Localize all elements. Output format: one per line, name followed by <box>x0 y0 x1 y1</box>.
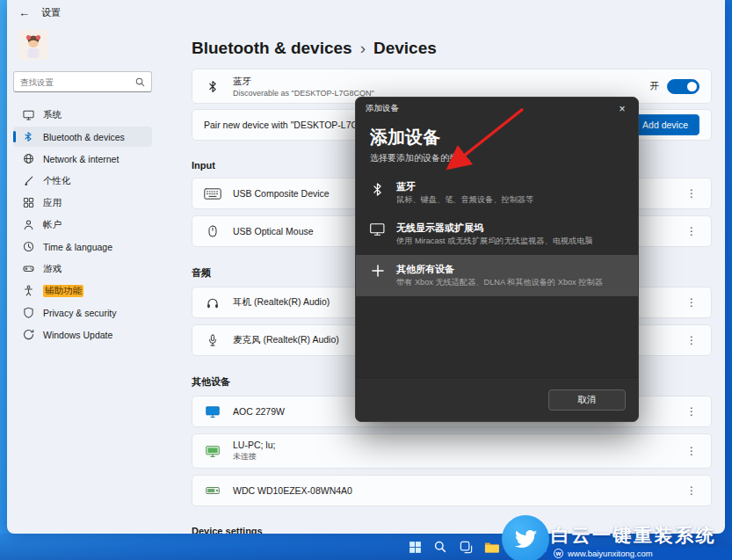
device-title: 耳机 (Realtek(R) Audio) <box>233 296 330 309</box>
sidebar-item-label: Time & language <box>43 242 112 252</box>
sidebar-item-label: 辅助功能 <box>43 285 83 297</box>
dialog-title: 添加设备 <box>366 103 399 114</box>
device-title: USB Composite Device <box>233 188 330 199</box>
option-title: 蓝牙 <box>396 180 533 193</box>
mouse-icon <box>204 225 221 237</box>
person-icon <box>22 219 34 231</box>
back-button[interactable]: ← <box>18 6 30 19</box>
window-titlebar: ← 设置 <box>7 0 61 25</box>
more-options-button[interactable]: ⋮ <box>684 405 699 418</box>
bluetooth-icon <box>22 131 34 143</box>
option-desc: 带有 Xbox 无线适配器、DLNA 和其他设备的 Xbox 控制器 <box>396 278 603 288</box>
watermark-bird-badge <box>502 515 549 560</box>
device-title: 麦克风 (Realtek(R) Audio) <box>233 334 339 346</box>
option-wireless-display[interactable]: 无线显示器或扩展坞 使用 Miracast 或无线扩展坞的无线监视器、电视或电脑 <box>356 214 638 255</box>
sidebar-item-system[interactable]: 系统 <box>13 105 152 125</box>
selection-indicator <box>13 131 16 142</box>
dialog-titlebar: 添加设备 × <box>356 98 638 120</box>
plus-icon <box>370 265 385 277</box>
sidebar-item-label: 应用 <box>43 197 62 209</box>
device-title: WDC WD10EZEX-08WN4A0 <box>233 485 352 496</box>
sidebar-nav: 系统 Bluetooth & devices Network & interne… <box>13 105 152 345</box>
sidebar-item-label: Network & internet <box>43 154 119 164</box>
sidebar-item-label: 游戏 <box>43 263 62 275</box>
sidebar-item-label: Privacy & security <box>43 308 116 318</box>
keyboard-icon <box>204 188 221 200</box>
hard-drive-icon <box>204 486 221 495</box>
breadcrumb: Bluetooth & devices › Devices <box>192 39 712 58</box>
headphones-icon <box>204 297 221 309</box>
breadcrumb-parent[interactable]: Bluetooth & devices <box>192 39 352 58</box>
device-row-lu-pc: LU-PC; lu; 未连接 ⋮ <box>192 433 712 469</box>
bluetooth-subtitle: Discoverable as "DESKTOP-L7G8CQN" <box>233 89 374 98</box>
sidebar-item-apps[interactable]: 应用 <box>13 193 152 213</box>
search-box[interactable] <box>13 71 152 92</box>
bird-icon <box>512 526 539 552</box>
display-icon <box>370 223 385 236</box>
toggle-knob <box>687 82 697 91</box>
sidebar-item-label: 帐户 <box>43 219 62 231</box>
sidebar-item-label: 个性化 <box>43 175 71 187</box>
add-device-dialog: 添加设备 × 添加设备 选择要添加的设备的类型。 蓝牙 鼠标、键盘、笔、音频设备… <box>355 97 639 422</box>
shield-icon <box>22 307 34 319</box>
sidebar-item-privacy-security[interactable]: Privacy & security <box>13 302 152 323</box>
bluetooth-icon <box>370 182 385 197</box>
toggle-state-label: 开 <box>650 80 660 92</box>
watermark-url: www.baiyunxitong.com <box>568 549 653 558</box>
watermark-brand: 白云一键重装系统 <box>551 523 716 548</box>
sidebar-item-network-internet[interactable]: Network & internet <box>13 149 152 169</box>
device-title: AOC 2279W <box>233 406 285 417</box>
bluetooth-title: 蓝牙 <box>233 76 374 88</box>
device-title: LU-PC; lu; <box>233 440 275 450</box>
file-explorer-icon[interactable] <box>482 538 500 556</box>
pc-icon <box>204 446 221 457</box>
system-icon <box>22 109 34 121</box>
more-options-button[interactable]: ⋮ <box>684 296 699 309</box>
sidebar-item-accounts[interactable]: 帐户 <box>13 215 152 235</box>
search-icon[interactable] <box>431 538 449 556</box>
bluetooth-icon <box>204 80 221 93</box>
watermark-url-bar: w www.baiyunxitong.com <box>547 547 732 560</box>
option-bluetooth[interactable]: 蓝牙 鼠标、键盘、笔、音频设备、控制器等 <box>356 172 638 214</box>
search-icon <box>135 77 145 87</box>
more-options-button[interactable]: ⋮ <box>684 187 699 200</box>
sidebar-item-gaming[interactable]: 游戏 <box>13 258 152 279</box>
add-device-button[interactable]: Add device <box>631 114 699 135</box>
sidebar-item-label: Bluetooth & devices <box>43 132 125 142</box>
sidebar-item-time-language[interactable]: Time & language <box>13 236 152 257</box>
sidebar-item-bluetooth-devices[interactable]: Bluetooth & devices <box>13 127 152 147</box>
more-options-button[interactable]: ⋮ <box>684 334 699 346</box>
option-title: 无线显示器或扩展坞 <box>396 222 593 235</box>
device-title: USB Optical Mouse <box>233 226 314 236</box>
option-everything-else[interactable]: 其他所有设备 带有 Xbox 无线适配器、DLNA 和其他设备的 Xbox 控制… <box>356 255 638 296</box>
update-icon <box>22 329 34 341</box>
dialog-heading: 添加设备 <box>356 120 638 152</box>
more-options-button[interactable]: ⋮ <box>684 445 699 457</box>
close-icon[interactable]: × <box>606 98 638 120</box>
search-input[interactable] <box>20 77 135 87</box>
more-options-button[interactable]: ⋮ <box>684 484 699 497</box>
page-title: Devices <box>373 39 437 58</box>
dialog-footer: 取消 <box>356 377 638 421</box>
dialog-subheading: 选择要添加的设备的类型。 <box>356 152 638 172</box>
sidebar-item-accessibility[interactable]: 辅助功能 <box>13 280 152 301</box>
microphone-icon <box>204 334 221 346</box>
brush-icon <box>22 175 34 187</box>
cancel-button[interactable]: 取消 <box>548 389 626 411</box>
sidebar-item-personalization[interactable]: 个性化 <box>13 171 152 191</box>
start-button[interactable] <box>406 538 424 556</box>
desktop: ← 设置 系统 Bluetoo <box>0 0 732 560</box>
apps-grid-icon <box>22 197 34 209</box>
sidebar-item-windows-update[interactable]: Windows Update <box>13 324 152 345</box>
task-view-icon[interactable] <box>457 538 475 556</box>
option-title: 其他所有设备 <box>396 263 603 276</box>
device-status: 未连接 <box>233 451 275 462</box>
globe-icon: w <box>554 549 563 558</box>
dialog-options: 蓝牙 鼠标、键盘、笔、音频设备、控制器等 无线显示器或扩展坞 使用 Miraca… <box>356 172 638 296</box>
option-desc: 鼠标、键盘、笔、音频设备、控制器等 <box>396 195 533 206</box>
sidebar: 系统 Bluetooth & devices Network & interne… <box>7 25 158 534</box>
avatar[interactable] <box>18 30 48 60</box>
bluetooth-toggle[interactable] <box>667 79 699 94</box>
more-options-button[interactable]: ⋮ <box>684 225 699 237</box>
monitor-icon <box>204 406 221 418</box>
